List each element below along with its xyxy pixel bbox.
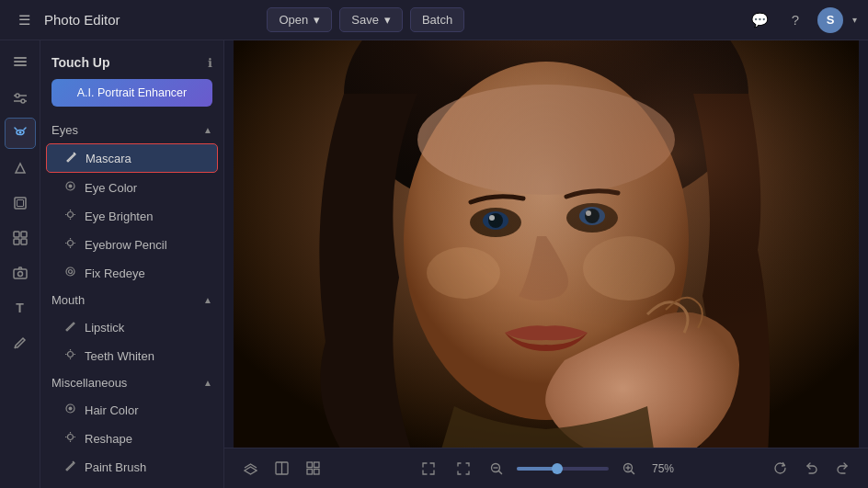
topbar-right: 💬 ? S ▾	[748, 7, 857, 33]
topbar-center: Open ▾ Save ▾ Batch	[267, 7, 464, 32]
svg-point-42	[67, 435, 73, 440]
misc-section-label: Miscellaneous	[51, 376, 127, 390]
svg-rect-18	[21, 239, 27, 244]
eye-brighten-icon	[63, 209, 77, 223]
hair-color-label: Hair Color	[85, 403, 139, 417]
bottom-right-actions	[767, 456, 855, 482]
avatar[interactable]: S	[817, 7, 843, 33]
icon-sidebar: T	[0, 40, 40, 488]
reshape-label: Reshape	[85, 432, 132, 446]
zoom-slider[interactable]	[517, 467, 609, 471]
sidebar-camera-button[interactable]	[5, 257, 36, 289]
misc-chevron-icon: ▲	[203, 378, 212, 388]
fix-redeye-item[interactable]: Fix Redeye	[46, 259, 218, 287]
fit-full-button[interactable]	[416, 456, 441, 482]
sidebar-group-button[interactable]	[5, 222, 36, 254]
grid-bottom-button[interactable]	[300, 456, 326, 482]
canvas-area: 75%	[224, 40, 868, 488]
svg-point-20	[17, 272, 22, 277]
svg-point-41	[68, 407, 72, 411]
avatar-chevron-icon: ▾	[852, 15, 857, 25]
svg-rect-16	[21, 232, 27, 237]
svg-rect-71	[314, 470, 319, 475]
eyebrow-pencil-label: Eyebrow Pencil	[85, 238, 167, 252]
svg-rect-69	[314, 462, 319, 468]
help-icon-button[interactable]: ?	[782, 7, 808, 33]
svg-line-12	[24, 128, 26, 130]
redo-button[interactable]	[829, 456, 855, 482]
portrait-svg	[234, 40, 859, 448]
sidebar-touchup-button[interactable]	[5, 118, 36, 149]
svg-point-3	[16, 94, 19, 97]
reshape-item[interactable]: Reshape	[46, 425, 218, 452]
fit-screen-button[interactable]	[451, 456, 476, 482]
lipstick-icon	[63, 320, 77, 335]
sidebar-frames-button[interactable]	[5, 187, 36, 219]
zoom-in-button[interactable]	[618, 458, 640, 480]
sidebar-draw-button[interactable]	[5, 327, 36, 358]
save-button[interactable]: Save ▾	[339, 7, 403, 32]
open-button[interactable]: Open ▾	[267, 7, 332, 32]
svg-point-34	[68, 270, 72, 274]
sidebar-adjustments-button[interactable]	[5, 83, 36, 114]
mascara-item[interactable]: Mascara	[46, 143, 218, 173]
sidebar-layers-button[interactable]	[5, 48, 36, 79]
svg-rect-68	[307, 462, 313, 468]
svg-line-74	[499, 471, 502, 473]
hair-color-item[interactable]: Hair Color	[46, 396, 218, 424]
svg-point-35	[67, 352, 73, 357]
mascara-icon	[63, 151, 78, 165]
eyes-section-header[interactable]: Eyes ▲	[40, 118, 223, 142]
svg-rect-0	[14, 61, 27, 62]
bottom-bar: 75%	[224, 448, 868, 488]
svg-rect-1	[14, 64, 27, 66]
svg-line-11	[15, 128, 17, 130]
chat-icon-button[interactable]: 💬	[748, 7, 773, 33]
svg-rect-14	[17, 200, 23, 207]
svg-rect-65	[234, 40, 859, 448]
misc-section-header[interactable]: Miscellaneous ▲	[40, 370, 223, 395]
canvas-image[interactable]	[224, 40, 868, 448]
eye-brighten-label: Eye Brighten	[85, 210, 153, 223]
bottom-center-zoom: 75%	[416, 456, 677, 482]
slimming-item[interactable]: Slimming	[46, 482, 218, 488]
svg-rect-70	[307, 470, 313, 475]
eyebrow-pencil-item[interactable]: Eyebrow Pencil	[46, 231, 218, 258]
svg-rect-13	[15, 198, 26, 209]
eyes-chevron-icon: ▲	[203, 125, 212, 135]
reshape-icon	[63, 431, 77, 446]
svg-rect-17	[14, 239, 19, 244]
hamburger-menu-button[interactable]: ☰	[11, 7, 37, 33]
eye-color-item[interactable]: Eye Color	[46, 174, 218, 201]
teeth-whiten-item[interactable]: Teeth Whiten	[46, 342, 218, 369]
layers-bottom-button[interactable]	[237, 456, 263, 482]
teeth-whiten-label: Teeth Whiten	[85, 349, 154, 363]
topbar-left: ☰ Photo Editor	[11, 7, 120, 33]
undo-button[interactable]	[798, 456, 824, 482]
mascara-label: Mascara	[86, 152, 131, 165]
svg-point-22	[68, 185, 72, 188]
zoom-out-button[interactable]	[485, 458, 508, 480]
bottom-left-tools	[237, 456, 326, 482]
lipstick-item[interactable]: Lipstick	[46, 313, 218, 341]
info-icon[interactable]: ℹ	[208, 56, 212, 70]
paint-brush-icon	[63, 460, 77, 474]
batch-button[interactable]: Batch	[410, 7, 464, 32]
panel-sidebar: Touch Up ℹ A.I. Portrait Enhancer Eyes ▲…	[40, 40, 224, 488]
refresh-button[interactable]	[767, 456, 793, 482]
sidebar-text-button[interactable]: T	[5, 292, 36, 323]
svg-rect-19	[14, 269, 27, 278]
sidebar-transform-button[interactable]	[5, 153, 36, 184]
save-chevron-icon: ▾	[384, 13, 391, 27]
paint-brush-item[interactable]: Paint Brush	[46, 453, 218, 481]
eye-color-label: Eye Color	[85, 181, 137, 195]
fix-redeye-label: Fix Redeye	[85, 267, 145, 280]
compare-bottom-button[interactable]	[268, 456, 294, 482]
mouth-section-header[interactable]: Mouth ▲	[40, 288, 223, 312]
zoom-percent-label: 75%	[649, 462, 677, 475]
ai-portrait-enhancer-button[interactable]: A.I. Portrait Enhancer	[51, 79, 212, 107]
eye-brighten-item[interactable]: Eye Brighten	[46, 202, 218, 230]
svg-point-33	[66, 267, 74, 276]
fix-redeye-icon	[63, 266, 77, 280]
svg-point-6	[21, 99, 25, 103]
